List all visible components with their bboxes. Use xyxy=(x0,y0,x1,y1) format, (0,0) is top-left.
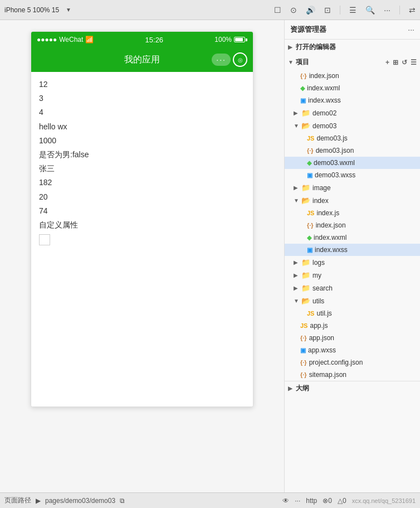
folder-icon: 📁 xyxy=(301,109,310,117)
nav-circle[interactable]: ◎ xyxy=(233,52,247,67)
outline-section: ▶ 大纲 xyxy=(285,381,420,395)
explorer-section: ▶ 打开的编辑器 ▼ 项目 + ⊞ ↺ ☰ {·} index.json xyxy=(285,40,420,492)
signal-dots: ●●●●● xyxy=(37,36,57,43)
file-demo03-wxss[interactable]: ▣ demo03.wxss xyxy=(285,169,420,181)
toggle-icon[interactable]: ⇄ xyxy=(409,6,416,14)
warning-count: △0 xyxy=(338,497,346,505)
explorer-header: 资源管理器 ··· xyxy=(285,20,420,40)
folder-icon: 📁 xyxy=(301,271,310,279)
project-header[interactable]: ▼ 项目 + ⊞ ↺ ☰ xyxy=(285,55,420,70)
folder-demo02[interactable]: ▶ 📁 demo02 xyxy=(285,107,420,119)
folder-index[interactable]: ▼ 📂 index xyxy=(285,194,420,207)
folder-search[interactable]: ▶ 📁 search xyxy=(285,282,420,294)
filename: app.wxss xyxy=(308,346,336,354)
phone-signal: ●●●●● WeChat 📶 xyxy=(37,36,94,43)
file-demo03-json[interactable]: {·} demo03.json xyxy=(285,144,420,157)
phone-time: 15:26 xyxy=(145,36,164,44)
folder-open-icon: 📂 xyxy=(301,122,310,130)
file-util-js[interactable]: JS util.js xyxy=(285,307,420,320)
folder-utils[interactable]: ▼ 📂 utils xyxy=(285,294,420,307)
file-sitemap[interactable]: {·} sitemap.json xyxy=(285,369,420,381)
filename: index.wxss xyxy=(315,246,348,254)
file-index-wxss-1[interactable]: ▣ index.wxss xyxy=(285,94,420,107)
http-status: http xyxy=(306,497,317,505)
nav-right-actions: ··· ◎ xyxy=(212,52,247,67)
explorer-more-icon[interactable]: ··· xyxy=(408,25,414,34)
foldername: image xyxy=(312,184,331,192)
file-index-json-1[interactable]: {·} index.json xyxy=(285,70,420,82)
wxss-icon: ▣ xyxy=(307,172,312,179)
top-bar: iPhone 5 100% 15 ▼ ☐ ⊙ 🔊 ⊡ ☰ 🔍 ··· ⇄ xyxy=(0,0,420,20)
screen-icon[interactable]: ⊡ xyxy=(324,6,331,14)
open-editors-chevron: ▶ xyxy=(288,44,294,50)
outline-header[interactable]: ▶ 大纲 xyxy=(288,384,417,393)
file-app-json[interactable]: {·} app.json xyxy=(285,332,420,344)
filename: index.wxml xyxy=(307,84,340,92)
search-icon[interactable]: 🔍 xyxy=(365,6,375,14)
folder-demo03[interactable]: ▼ 📂 demo03 xyxy=(285,119,420,132)
device-icon[interactable]: ☐ xyxy=(274,6,281,14)
checkbox-element[interactable] xyxy=(39,234,50,245)
file-app-wxss[interactable]: ▣ app.wxss xyxy=(285,344,420,356)
left-panel: ●●●●● WeChat 📶 15:26 100% 我的应用 ··· xyxy=(0,20,284,492)
file-project-config[interactable]: {·} project.config.json xyxy=(285,356,420,369)
path-label: 页面路径 xyxy=(4,496,31,505)
folder-chevron: ▶ xyxy=(294,110,299,116)
wxml-icon: ◆ xyxy=(300,85,305,92)
menu-icon[interactable]: ☰ xyxy=(349,6,356,14)
foldername: index xyxy=(312,197,329,205)
foldername: utils xyxy=(312,297,324,305)
content-line-3: 4 xyxy=(39,105,245,119)
foldername: logs xyxy=(312,259,325,267)
page-path: pages/demo03/demo03 xyxy=(45,497,115,505)
wxml-icon: ◆ xyxy=(307,234,311,241)
wifi-icon: 📶 xyxy=(85,36,94,43)
record-icon[interactable]: ⊙ xyxy=(290,6,297,14)
refresh-icon[interactable]: ↺ xyxy=(402,59,407,66)
filename: sitemap.json xyxy=(309,371,346,379)
json-icon: {·} xyxy=(307,147,314,154)
eye-icon[interactable]: 👁 xyxy=(282,497,289,505)
json-icon: {·} xyxy=(300,371,307,378)
folder-my[interactable]: ▶ 📁 my xyxy=(285,269,420,282)
dropdown-arrow[interactable]: ▼ xyxy=(66,7,71,13)
content-line-5: 1000 xyxy=(39,134,245,148)
filename: index.json xyxy=(316,221,346,229)
folder-chevron: ▶ xyxy=(294,272,299,278)
audio-icon[interactable]: 🔊 xyxy=(306,6,315,14)
filename: index.wxss xyxy=(308,96,341,104)
folder-chevron: ▼ xyxy=(294,298,299,304)
content-line-1: 12 xyxy=(39,78,245,91)
open-editors-header[interactable]: ▶ 打开的编辑器 xyxy=(285,40,420,55)
file-index-wxml-1[interactable]: ◆ index.wxml xyxy=(285,82,420,94)
nav-dots[interactable]: ··· xyxy=(212,54,231,66)
more-icon[interactable]: ··· xyxy=(384,6,390,14)
add-folder-icon[interactable]: ⊞ xyxy=(393,59,398,66)
js-icon: JS xyxy=(307,210,314,216)
file-demo03-wxml[interactable]: ◆ demo03.wxml xyxy=(285,157,420,169)
collapse-icon[interactable]: ☰ xyxy=(411,59,417,66)
file-index-json-2[interactable]: {·} index.json xyxy=(285,219,420,231)
foldername: demo02 xyxy=(312,109,336,117)
bottom-more-icon[interactable]: ··· xyxy=(295,497,300,505)
folder-chevron: ▶ xyxy=(294,185,299,191)
file-index-js[interactable]: JS index.js xyxy=(285,207,420,219)
folder-chevron: ▼ xyxy=(294,123,299,129)
file-demo03-js[interactable]: JS demo03.js xyxy=(285,132,420,144)
file-app-js[interactable]: JS app.js xyxy=(285,320,420,332)
project-actions: + ⊞ ↺ ☰ xyxy=(385,59,417,66)
content-line-9: 20 xyxy=(39,190,245,204)
path-separator: ▶ xyxy=(36,497,41,505)
filename: app.js xyxy=(310,322,328,330)
add-file-icon[interactable]: + xyxy=(385,59,389,66)
file-index-wxml-2[interactable]: ◆ index.wxml xyxy=(285,231,420,244)
file-index-wxss[interactable]: ▣ index.wxss xyxy=(285,244,420,256)
js-icon: JS xyxy=(307,135,314,142)
phone-frame: ●●●●● WeChat 📶 15:26 100% 我的应用 ··· xyxy=(31,31,253,407)
wxml-icon: ◆ xyxy=(307,159,311,167)
copy-icon[interactable]: ⧉ xyxy=(120,497,125,505)
nav-title: 我的应用 xyxy=(124,54,160,66)
folder-logs[interactable]: ▶ 📁 logs xyxy=(285,256,420,269)
json-icon: {·} xyxy=(307,222,314,229)
folder-image[interactable]: ▶ 📁 image xyxy=(285,181,420,194)
